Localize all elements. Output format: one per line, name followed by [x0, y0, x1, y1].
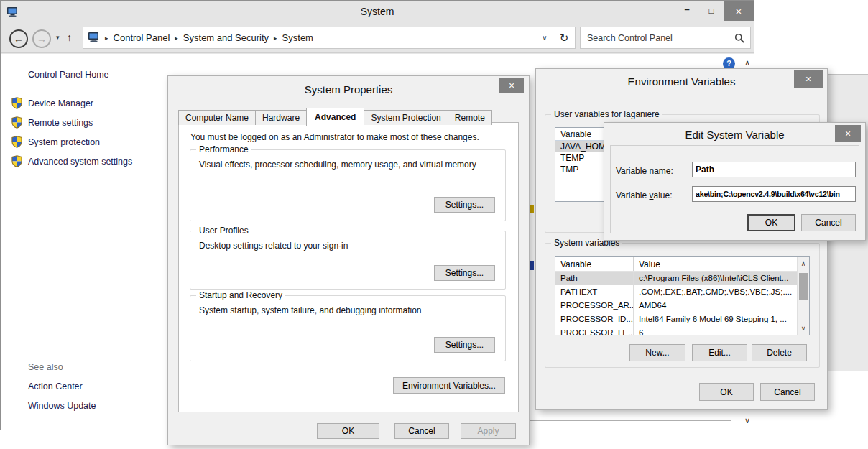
hidden-content-fragment: [530, 205, 534, 213]
group-label: User variables for laganiere: [551, 109, 662, 119]
address-bar: ← → ▾ ↑ ▸ Control Panel ▸ System and Sec…: [1, 22, 754, 53]
tab-hardware[interactable]: Hardware: [255, 110, 307, 125]
recent-pages-caret-icon[interactable]: ▾: [56, 34, 60, 41]
delete-button[interactable]: Delete: [752, 344, 807, 361]
startup-recovery-settings-button[interactable]: Settings...: [434, 337, 495, 353]
sidebar-item-windows-update[interactable]: Windows Update: [28, 401, 96, 411]
column-header-value[interactable]: Value: [633, 257, 797, 271]
startup-recovery-group: Startup and Recovery System startup, sys…: [190, 295, 506, 361]
performance-settings-button[interactable]: Settings...: [434, 197, 495, 213]
variable-value-input[interactable]: [692, 186, 856, 202]
system-properties-dialog: System Properties × Computer Name Hardwa…: [167, 75, 530, 445]
table-scrollbar[interactable]: ∧ ∨: [797, 257, 809, 335]
group-description: System startup, system failure, and debu…: [199, 305, 422, 315]
scrollbar-thumb[interactable]: [799, 273, 808, 300]
refresh-icon[interactable]: ↻: [553, 32, 575, 45]
close-button[interactable]: ×: [724, 1, 754, 21]
dialog-title: Environment Variables: [536, 69, 827, 88]
scrollbar-down-icon[interactable]: ∨: [798, 323, 809, 334]
up-button[interactable]: ↑: [67, 32, 72, 43]
scrollbar-down-icon[interactable]: ∨: [743, 416, 752, 425]
variable-value-label: Variable value:: [616, 190, 673, 200]
close-icon[interactable]: ×: [794, 70, 823, 88]
system-app-icon: [6, 6, 19, 17]
uac-shield-icon: [11, 97, 23, 109]
breadcrumb-separator-icon: ▸: [274, 34, 277, 42]
sidebar-item-control-panel-home[interactable]: Control Panel Home: [28, 70, 109, 80]
breadcrumb-separator-icon: ▸: [105, 34, 108, 42]
cancel-button[interactable]: Cancel: [394, 423, 449, 439]
sidebar-item-remote-settings[interactable]: Remote settings: [28, 118, 93, 128]
cell-variable[interactable]: Path: [555, 272, 633, 285]
uac-shield-icon: [11, 136, 23, 148]
breadcrumb-separator-icon: ▸: [175, 34, 178, 42]
table-row: PROCESSOR_LE... 6: [555, 326, 809, 335]
breadcrumb-control-panel[interactable]: Control Panel: [114, 32, 170, 43]
user-profiles-settings-button[interactable]: Settings...: [434, 265, 495, 281]
close-icon[interactable]: ×: [835, 125, 861, 142]
ok-button[interactable]: OK: [699, 383, 754, 401]
ok-button[interactable]: OK: [317, 423, 379, 439]
uac-shield-icon: [11, 155, 23, 167]
cancel-button[interactable]: Cancel: [801, 214, 856, 231]
table-row: PROCESSOR_AR... AMD64: [555, 299, 809, 313]
titlebar: System – □ ×: [1, 1, 754, 22]
cell-variable[interactable]: PATHEXT: [555, 285, 633, 299]
back-button[interactable]: ←: [9, 29, 28, 48]
cell-value[interactable]: 6: [633, 326, 797, 335]
environment-variables-button[interactable]: Environment Variables...: [393, 377, 505, 394]
close-icon[interactable]: ×: [499, 78, 524, 93]
cell-value[interactable]: c:\Program Files (x86)\Intel\iCLS Client…: [633, 272, 797, 285]
window-controls: – □ ×: [675, 1, 754, 21]
dialog-title: Edit System Variable: [604, 123, 865, 141]
column-header-variable[interactable]: Variable: [555, 257, 633, 271]
scrollbar-up-icon[interactable]: ∧: [798, 258, 809, 269]
sidebar-item-system-protection[interactable]: System protection: [28, 137, 100, 147]
tab-remote[interactable]: Remote: [448, 110, 492, 125]
cell-value[interactable]: AMD64: [633, 299, 797, 313]
new-button[interactable]: New...: [629, 344, 685, 361]
maximize-button[interactable]: □: [699, 1, 724, 21]
system-variables-table[interactable]: Variable Value Path c:\Program Files (x8…: [555, 256, 810, 335]
minimize-button[interactable]: –: [675, 1, 699, 21]
cell-variable[interactable]: PROCESSOR_AR...: [555, 299, 633, 313]
tab-strip: Computer Name Hardware Advanced System P…: [178, 108, 491, 125]
hidden-content-fragment: [530, 261, 534, 270]
edit-system-variable-dialog: Edit System Variable × Variable name: Va…: [604, 122, 866, 241]
cell-value[interactable]: Intel64 Family 6 Model 69 Stepping 1, ..…: [633, 313, 797, 326]
search-box: [580, 27, 751, 49]
advanced-tab-page: You must be logged on as an Administrato…: [178, 122, 519, 412]
breadcrumb[interactable]: ▸ Control Panel ▸ System and Security ▸ …: [83, 27, 576, 49]
apply-button[interactable]: Apply: [461, 423, 516, 439]
group-label: Performance: [196, 144, 251, 154]
breadcrumb-system[interactable]: System: [282, 32, 313, 43]
tab-computer-name[interactable]: Computer Name: [178, 110, 256, 125]
tab-system-protection[interactable]: System Protection: [364, 110, 448, 125]
window-title: System: [1, 1, 754, 22]
table-header-row: Variable Value: [555, 257, 809, 272]
cell-variable[interactable]: PROCESSOR_LE...: [555, 326, 633, 335]
cancel-button[interactable]: Cancel: [760, 383, 815, 401]
group-label: User Profiles: [196, 226, 251, 236]
cell-value[interactable]: .COM;.EXE;.BAT;.CMD;.VBS;.VBE;.JS;....: [633, 285, 797, 299]
variable-name-input[interactable]: [692, 162, 856, 177]
sidebar-item-advanced-system-settings[interactable]: Advanced system settings: [28, 157, 132, 167]
sidebar-item-device-manager[interactable]: Device Manager: [28, 98, 93, 108]
computer-icon: [88, 31, 100, 45]
content-divider: [530, 420, 731, 421]
tab-advanced[interactable]: Advanced: [306, 108, 364, 126]
see-also-heading: See also: [28, 362, 63, 372]
cell-variable[interactable]: PROCESSOR_ID...: [555, 313, 633, 326]
search-input[interactable]: [581, 33, 734, 43]
table-row: Path c:\Program Files (x86)\Intel\iCLS C…: [555, 272, 809, 285]
address-dropdown-icon[interactable]: ∨: [537, 34, 553, 42]
sidebar-item-action-center[interactable]: Action Center: [28, 381, 83, 392]
breadcrumb-system-and-security[interactable]: System and Security: [183, 32, 269, 43]
scrollbar-up-icon[interactable]: ∧: [743, 58, 752, 68]
ok-button[interactable]: OK: [747, 214, 795, 231]
user-profiles-group: User Profiles Desktop settings related t…: [190, 231, 506, 290]
performance-group: Performance Visual effects, processor sc…: [190, 149, 506, 221]
table-row: PROCESSOR_ID... Intel64 Family 6 Model 6…: [555, 313, 809, 326]
edit-button[interactable]: Edit...: [692, 344, 747, 361]
forward-button[interactable]: →: [32, 29, 51, 48]
